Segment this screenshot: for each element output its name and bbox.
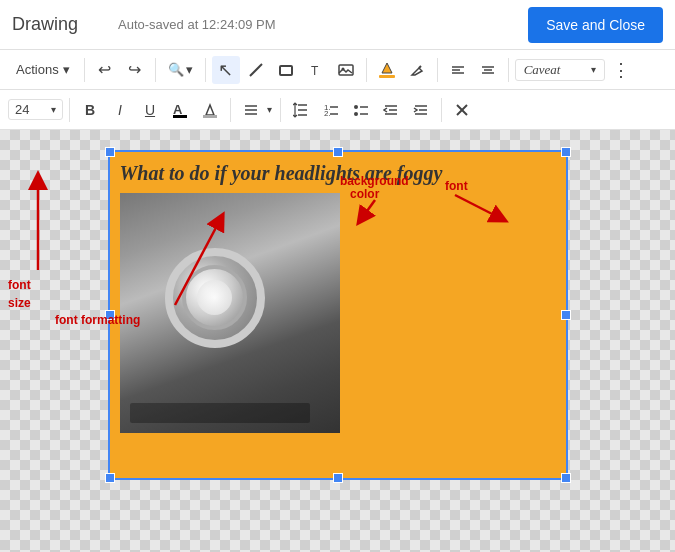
ordered-list-icon: 1.2. (323, 102, 339, 118)
italic-button[interactable]: I (106, 96, 134, 124)
drawing-title: What to do if your headlights are foggy (120, 162, 556, 185)
separator-9 (280, 98, 281, 122)
handle-top-left[interactable] (105, 147, 115, 157)
text-tool-button[interactable]: T (302, 56, 330, 84)
toolbar-1: Actions ▾ ↩ ↪ 🔍 ▾ ↖ T (0, 50, 675, 90)
handle-bottom-right[interactable] (561, 473, 571, 483)
car-bumper (130, 403, 310, 423)
font-size-chevron-icon: ▾ (51, 104, 56, 115)
line-spacing-button[interactable] (287, 96, 315, 124)
font-size-label: fontsize (8, 278, 31, 310)
separator-4 (366, 58, 367, 82)
app-title: Drawing (12, 14, 78, 35)
font-size-value: 24 (15, 102, 29, 117)
redo-button[interactable]: ↪ (121, 56, 149, 84)
zoom-chevron-icon: ▾ (186, 62, 193, 77)
svg-point-26 (354, 105, 358, 109)
font-formatting-label: font formatting (55, 313, 140, 327)
paint-icon (409, 62, 425, 78)
unordered-list-icon (353, 102, 369, 118)
separator-10 (441, 98, 442, 122)
handle-top-right[interactable] (561, 147, 571, 157)
clear-formatting-button[interactable] (448, 96, 476, 124)
image-icon (338, 62, 354, 78)
handle-top-center[interactable] (333, 147, 343, 157)
decrease-indent-button[interactable] (377, 96, 405, 124)
header: Drawing Auto-saved at 12:24:09 PM Save a… (0, 0, 675, 50)
handle-bottom-center[interactable] (333, 473, 343, 483)
select-tool-button[interactable]: ↖ (212, 56, 240, 84)
headlight-center (197, 280, 232, 315)
shape-icon (278, 62, 294, 78)
separator-5 (437, 58, 438, 82)
separator-3 (205, 58, 206, 82)
separator-7 (69, 98, 70, 122)
save-and-close-button[interactable]: Save and Close (528, 7, 663, 43)
separator-6 (508, 58, 509, 82)
actions-chevron-icon: ▾ (63, 62, 70, 77)
actions-label: Actions (16, 62, 59, 77)
unordered-list-button[interactable] (347, 96, 375, 124)
font-selector[interactable]: Caveat ▾ (515, 59, 605, 81)
handle-bottom-left[interactable] (105, 473, 115, 483)
paint-button[interactable] (403, 56, 431, 84)
underline-button[interactable]: U (136, 96, 164, 124)
svg-point-28 (354, 112, 358, 116)
text-icon: T (308, 62, 324, 78)
highlight-button[interactable] (196, 96, 224, 124)
shape-tool-button[interactable] (272, 56, 300, 84)
separator-8 (230, 98, 231, 122)
svg-text:T: T (311, 64, 319, 78)
background-color-icon (377, 60, 397, 80)
font-formatting-annotation: font formatting (55, 310, 140, 328)
bold-button[interactable]: B (76, 96, 104, 124)
background-color-button[interactable] (373, 56, 401, 84)
increase-indent-icon (413, 102, 429, 118)
highlight-icon (202, 101, 218, 119)
svg-rect-14 (173, 115, 187, 118)
font-size-selector[interactable]: 24 ▾ (8, 99, 63, 120)
car-image (120, 193, 340, 433)
text-align-chevron-icon: ▾ (267, 104, 272, 115)
canvas-area: What to do if your headlights are foggy … (0, 130, 675, 552)
svg-text:2.: 2. (324, 109, 331, 118)
svg-line-0 (250, 64, 262, 76)
align-left-icon (450, 62, 466, 78)
more-options-button[interactable]: ⋮ (607, 56, 635, 84)
svg-text:A: A (173, 102, 183, 117)
zoom-icon: 🔍 (168, 62, 184, 77)
increase-indent-button[interactable] (407, 96, 435, 124)
font-color-icon: A (172, 101, 188, 119)
text-align-button[interactable] (237, 96, 265, 124)
decrease-indent-icon (383, 102, 399, 118)
line-icon (248, 62, 264, 78)
separator-2 (155, 58, 156, 82)
clear-format-icon (454, 102, 470, 118)
font-name-label: Caveat (524, 62, 561, 78)
actions-button[interactable]: Actions ▾ (8, 58, 78, 81)
ordered-list-button[interactable]: 1.2. (317, 96, 345, 124)
svg-rect-15 (203, 115, 217, 118)
font-size-annotation: fontsize (8, 275, 31, 311)
font-color-button[interactable]: A (166, 96, 194, 124)
image-tool-button[interactable] (332, 56, 360, 84)
line-tool-button[interactable] (242, 56, 270, 84)
svg-line-6 (419, 66, 421, 68)
text-align-icon (243, 102, 259, 118)
zoom-button[interactable]: 🔍 ▾ (162, 60, 199, 79)
toolbar-2: 24 ▾ B I U A ▾ 1.2. (0, 90, 675, 130)
align-center-button[interactable] (474, 56, 502, 84)
undo-button[interactable]: ↩ (91, 56, 119, 84)
svg-rect-1 (280, 66, 292, 75)
autosave-status: Auto-saved at 12:24:09 PM (118, 17, 276, 32)
line-spacing-icon (293, 102, 309, 118)
align-center-icon (480, 62, 496, 78)
handle-middle-right[interactable] (561, 310, 571, 320)
font-chevron-icon: ▾ (591, 64, 596, 75)
separator-1 (84, 58, 85, 82)
svg-rect-5 (379, 75, 395, 78)
drawing-canvas[interactable]: What to do if your headlights are foggy (108, 150, 568, 480)
align-left-button[interactable] (444, 56, 472, 84)
